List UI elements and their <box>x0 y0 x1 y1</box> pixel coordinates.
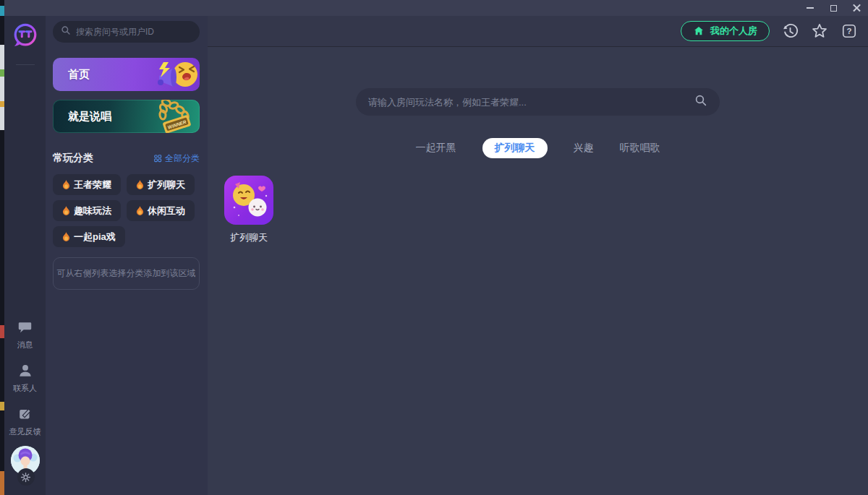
chip-label: 一起pia戏 <box>74 231 116 244</box>
main-area: 我的个人房 <box>208 16 868 495</box>
settings-gear-icon[interactable] <box>17 468 35 486</box>
history-button[interactable] <box>780 22 799 40</box>
rail-item-contacts[interactable]: 联系人 <box>13 363 37 394</box>
close-button[interactable] <box>845 0 868 16</box>
close-icon <box>853 4 861 12</box>
rail-item-feedback[interactable]: 意见反馈 <box>9 406 41 437</box>
app-window: 消息 联系人 <box>0 0 868 495</box>
my-room-label: 我的个人房 <box>710 25 757 38</box>
cards-row: 扩列聊天 <box>208 176 868 244</box>
help-glyph: ? <box>847 27 852 35</box>
main-search[interactable] <box>356 88 720 116</box>
tab-make-friends-chat[interactable]: 扩列聊天 <box>482 138 548 158</box>
contacts-icon <box>17 363 33 380</box>
category-chip[interactable]: 趣味玩法 <box>53 200 121 221</box>
rail-divider <box>16 64 35 65</box>
main-content: 一起开黑 扩列聊天 兴趣 听歌唱歌 <box>208 47 868 495</box>
star-icon <box>811 22 828 40</box>
banner-rap[interactable]: 就是说唱 WINNER <box>53 100 200 133</box>
section-title: 常玩分类 <box>53 152 93 165</box>
maximize-button[interactable] <box>822 0 845 16</box>
category-chip[interactable]: 王者荣耀 <box>53 174 121 195</box>
tab-play-together[interactable]: 一起开黑 <box>416 142 456 155</box>
sidebar-search-input[interactable] <box>76 27 192 37</box>
flame-icon <box>62 206 70 215</box>
help-button[interactable]: ? <box>840 22 859 40</box>
category-chip[interactable]: 扩列聊天 <box>127 174 195 195</box>
chip-label: 扩列聊天 <box>148 178 185 191</box>
minimize-icon <box>807 7 814 9</box>
maximize-icon <box>830 5 837 12</box>
rail-item-messages[interactable]: 消息 <box>17 319 33 350</box>
message-icon <box>17 319 33 337</box>
history-icon <box>782 23 799 40</box>
app-frame: 消息 联系人 <box>4 0 868 495</box>
category-hint-text: 可从右侧列表选择分类添加到该区域 <box>57 267 196 280</box>
chat-card-icon <box>224 176 273 225</box>
chip-label: 趣味玩法 <box>74 205 111 218</box>
titlebar <box>4 0 868 16</box>
banner-home[interactable]: 首页 <box>53 58 200 91</box>
chip-label: 王者荣耀 <box>74 178 111 191</box>
category-chips: 王者荣耀 扩列聊天 趣味玩法 休闲互动 <box>53 174 200 247</box>
rail-item-label: 消息 <box>17 340 33 350</box>
category-tabs: 一起开黑 扩列聊天 兴趣 听歌唱歌 <box>208 138 868 158</box>
chip-label: 休闲互动 <box>148 205 185 218</box>
main-header: 我的个人房 <box>208 16 868 47</box>
game-card-label: 扩列聊天 <box>230 231 268 244</box>
rail-item-label: 联系人 <box>13 383 37 394</box>
category-grid-icon <box>153 154 162 163</box>
category-chip[interactable]: 一起pia戏 <box>53 226 125 247</box>
tab-interest[interactable]: 兴趣 <box>574 142 594 155</box>
my-room-button[interactable]: 我的个人房 <box>681 21 770 41</box>
main-search-input[interactable] <box>368 97 687 108</box>
all-categories-label: 全部分类 <box>165 152 200 165</box>
feedback-icon <box>17 406 33 423</box>
search-icon <box>61 25 71 38</box>
category-chip[interactable]: 休闲互动 <box>127 200 195 221</box>
flame-icon <box>62 232 70 241</box>
minimize-button[interactable] <box>799 0 822 16</box>
all-categories-link[interactable]: 全部分类 <box>153 152 200 165</box>
sidebar: 首页 就是说唱 <box>46 16 208 495</box>
left-rail: 消息 联系人 <box>4 16 46 495</box>
tab-sing-listen[interactable]: 听歌唱歌 <box>620 142 660 155</box>
gold-chain-art: WINNER <box>139 100 200 133</box>
favorites-button[interactable] <box>810 22 829 40</box>
megaphone-emoji-art <box>152 58 200 91</box>
game-card[interactable]: 扩列聊天 <box>224 176 273 244</box>
sidebar-search[interactable] <box>53 21 200 43</box>
app-logo-icon[interactable] <box>12 22 39 52</box>
banner-home-label: 首页 <box>53 68 90 82</box>
flame-icon <box>136 180 144 189</box>
flame-icon <box>62 180 70 189</box>
banner-rap-label: 就是说唱 <box>53 110 111 124</box>
rail-item-label: 意见反馈 <box>9 426 41 437</box>
help-icon: ? <box>841 23 857 39</box>
home-icon <box>693 25 705 37</box>
flame-icon <box>136 206 144 215</box>
category-hint: 可从右侧列表选择分类添加到该区域 <box>53 257 200 290</box>
search-icon[interactable] <box>694 94 707 110</box>
